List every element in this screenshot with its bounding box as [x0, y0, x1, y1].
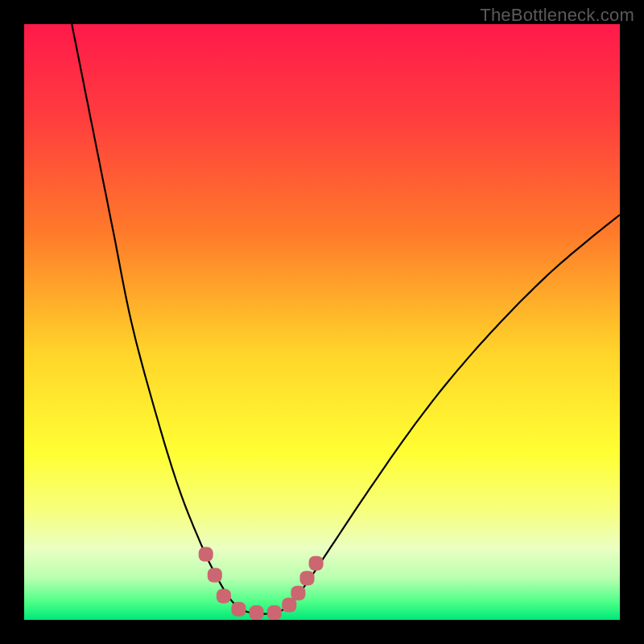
curve-marker [231, 602, 246, 617]
plot-area [24, 24, 620, 620]
gradient-background [24, 24, 620, 620]
bottleneck-chart [24, 24, 620, 620]
curve-marker [250, 605, 264, 620]
curve-marker [199, 547, 213, 562]
curve-marker [208, 568, 222, 583]
curve-marker [217, 588, 231, 603]
curve-marker [267, 605, 282, 620]
curve-marker [282, 598, 296, 613]
curve-marker [300, 571, 315, 585]
curve-marker [291, 586, 305, 601]
chart-frame: TheBottleneck.com [0, 0, 644, 644]
watermark-text: TheBottleneck.com [480, 5, 634, 26]
curve-marker [309, 556, 324, 571]
